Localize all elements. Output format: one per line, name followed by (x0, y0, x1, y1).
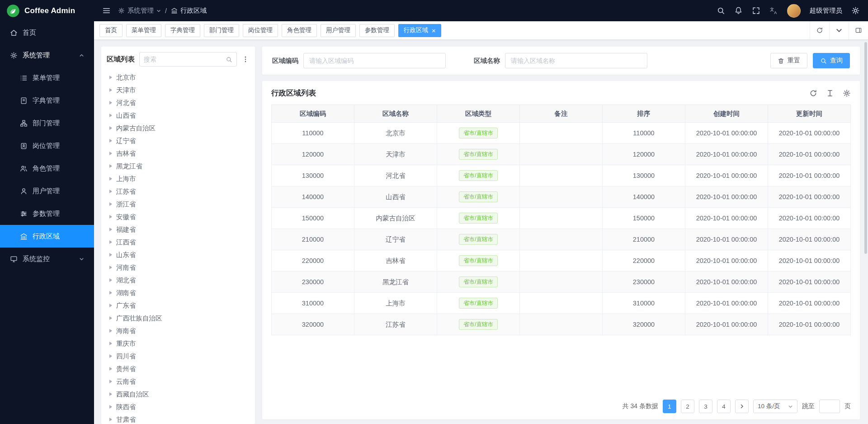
caret-right-icon[interactable] (109, 114, 112, 117)
tree-search-input[interactable] (144, 56, 223, 63)
content-fullscreen-button[interactable] (849, 21, 868, 39)
sidebar-item-param-mgmt[interactable]: 参数管理 (0, 202, 94, 225)
tree-node[interactable]: 山东省 (107, 248, 250, 261)
caret-right-icon[interactable] (109, 139, 112, 143)
page-size-select[interactable]: 10 条/页 (753, 400, 797, 413)
jump-page-input[interactable] (819, 400, 840, 413)
tree-node[interactable]: 辽宁省 (107, 134, 250, 147)
caret-right-icon[interactable] (109, 126, 112, 130)
tree-node[interactable]: 湖南省 (107, 286, 250, 299)
query-button[interactable]: 查询 (813, 53, 850, 68)
sidebar-item-region[interactable]: 行政区域 (0, 225, 94, 248)
reset-button[interactable]: 重置 (770, 53, 807, 68)
tree-node[interactable]: 江西省 (107, 236, 250, 248)
next-page-button[interactable] (735, 400, 749, 413)
tab-dict-mgmt[interactable]: 字典管理 (165, 24, 200, 37)
refresh-icon[interactable] (809, 89, 817, 97)
tree-node[interactable]: 湖北省 (107, 274, 250, 286)
caret-right-icon[interactable] (109, 266, 112, 269)
caret-right-icon[interactable] (109, 278, 112, 282)
refresh-tab-button[interactable] (810, 21, 829, 39)
caret-right-icon[interactable] (109, 76, 112, 79)
bell-icon[interactable] (734, 6, 743, 15)
caret-right-icon[interactable] (109, 304, 112, 307)
tab-options-button[interactable] (829, 21, 849, 39)
tree-node[interactable]: 天津市 (107, 84, 250, 96)
caret-right-icon[interactable] (109, 405, 112, 409)
tree-node[interactable]: 陕西省 (107, 400, 250, 413)
tree-node[interactable]: 西藏自治区 (107, 388, 250, 400)
tree-node[interactable]: 山西省 (107, 109, 250, 122)
caret-right-icon[interactable] (109, 177, 112, 181)
tree-node[interactable]: 云南省 (107, 375, 250, 388)
sidebar-item-menu-mgmt[interactable]: 菜单管理 (0, 67, 94, 89)
caret-right-icon[interactable] (109, 291, 112, 295)
tab-param-mgmt[interactable]: 参数管理 (359, 24, 395, 37)
caret-right-icon[interactable] (109, 329, 112, 333)
close-icon[interactable]: × (432, 27, 436, 34)
translate-icon[interactable]: 文A (769, 6, 778, 15)
tab-menu-mgmt[interactable]: 菜单管理 (126, 24, 161, 37)
caret-right-icon[interactable] (109, 202, 112, 206)
tab-dept-mgmt[interactable]: 部门管理 (204, 24, 239, 37)
tree-node[interactable]: 上海市 (107, 172, 250, 185)
caret-right-icon[interactable] (109, 101, 112, 105)
caret-right-icon[interactable] (109, 367, 112, 371)
caret-right-icon[interactable] (109, 316, 112, 320)
sidebar-item-dept-mgmt[interactable]: 部门管理 (0, 112, 94, 134)
caret-right-icon[interactable] (109, 418, 112, 421)
page-button-1[interactable]: 1 (663, 400, 676, 413)
caret-right-icon[interactable] (109, 380, 112, 383)
tree-node[interactable]: 内蒙古自治区 (107, 122, 250, 134)
fullscreen-icon[interactable] (752, 6, 760, 15)
tab-role-mgmt[interactable]: 角色管理 (282, 24, 317, 37)
scrollbar-thumb[interactable] (864, 42, 867, 254)
tree-node[interactable]: 福建省 (107, 223, 250, 236)
column-height-icon[interactable] (826, 89, 834, 97)
tree-node[interactable]: 吉林省 (107, 147, 250, 160)
sidebar-item-user-mgmt[interactable]: 用户管理 (0, 180, 94, 202)
tree-node[interactable]: 安徽省 (107, 210, 250, 223)
tree-node[interactable]: 河北省 (107, 96, 250, 109)
page-button-2[interactable]: 2 (681, 400, 694, 413)
gear-icon[interactable] (843, 89, 851, 97)
tree-node[interactable]: 江苏省 (107, 185, 250, 198)
kebab-menu-icon[interactable] (241, 55, 250, 63)
tree-node[interactable]: 贵州省 (107, 362, 250, 375)
caret-right-icon[interactable] (109, 253, 112, 257)
tree-node[interactable]: 广东省 (107, 299, 250, 312)
search-icon[interactable] (226, 56, 232, 63)
tree-node[interactable]: 四川省 (107, 350, 250, 362)
page-button-3[interactable]: 3 (699, 400, 712, 413)
breadcrumb-section[interactable]: 系统管理 (118, 6, 161, 15)
region-code-input[interactable] (303, 53, 446, 68)
caret-right-icon[interactable] (109, 342, 112, 345)
sidebar-item-post-mgmt[interactable]: 岗位管理 (0, 134, 94, 157)
caret-right-icon[interactable] (109, 190, 112, 193)
caret-right-icon[interactable] (109, 164, 112, 168)
tree-node[interactable]: 广西壮族自治区 (107, 312, 250, 324)
search-icon[interactable] (717, 6, 725, 15)
page-button-4[interactable]: 4 (717, 400, 731, 413)
caret-right-icon[interactable] (109, 392, 112, 396)
sidebar-item-home[interactable]: 首页 (0, 21, 94, 44)
tab-home[interactable]: 首页 (99, 24, 123, 37)
tab-user-mgmt[interactable]: 用户管理 (321, 24, 356, 37)
sidebar-group-system[interactable]: 系统管理 (0, 44, 94, 67)
avatar[interactable] (787, 4, 801, 18)
caret-right-icon[interactable] (109, 354, 112, 358)
tree-node[interactable]: 海南省 (107, 324, 250, 337)
sidebar-item-role-mgmt[interactable]: 角色管理 (0, 157, 94, 180)
tree-node[interactable]: 黑龙江省 (107, 160, 250, 172)
app-logo[interactable]: Coffee Admin (0, 0, 94, 21)
menu-collapse-icon[interactable] (102, 6, 111, 15)
caret-right-icon[interactable] (109, 228, 112, 231)
tab-region[interactable]: 行政区域 × (398, 24, 441, 37)
gear-icon[interactable] (851, 6, 860, 15)
caret-right-icon[interactable] (109, 152, 112, 155)
caret-right-icon[interactable] (109, 215, 112, 219)
caret-right-icon[interactable] (109, 88, 112, 92)
user-name[interactable]: 超级管理员 (810, 6, 843, 15)
caret-right-icon[interactable] (109, 240, 112, 244)
tree-node[interactable]: 甘肃省 (107, 413, 250, 424)
